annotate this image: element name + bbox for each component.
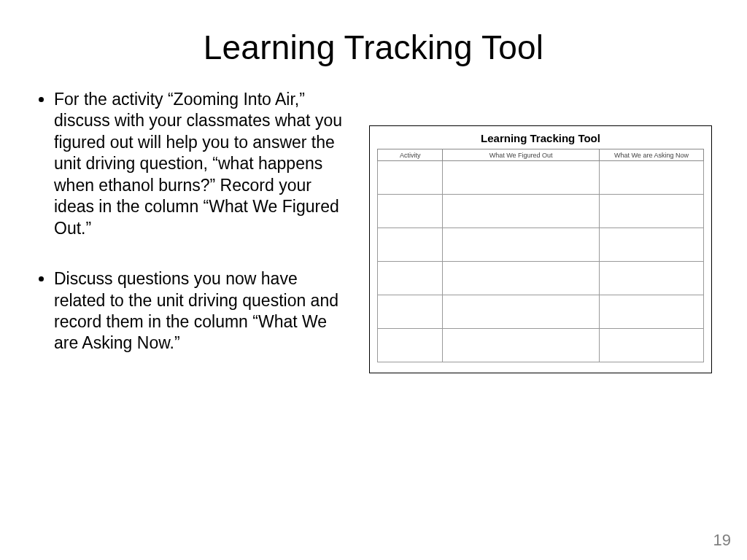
list-item: For the activity “Zooming Into Air,” dis… [54,89,349,239]
column-header-figured-out: What We Figured Out [443,149,600,161]
slide-body: For the activity “Zooming Into Air,” dis… [35,89,712,373]
table-row [378,262,704,295]
worksheet-table: Activity What We Figured Out What We are… [377,149,704,362]
slide-title: Learning Tracking Tool [35,28,712,67]
worksheet-heading: Learning Tracking Tool [377,132,704,144]
list-item: Discuss questions you now have related t… [54,268,349,354]
table-row [378,228,704,262]
page-number: 19 [713,531,731,550]
worksheet-rows [378,161,704,362]
table-row [378,195,704,228]
table-row [378,295,704,329]
table-row [378,161,704,195]
slide: Learning Tracking Tool For the activity … [0,0,747,560]
worksheet-image: Learning Tracking Tool Activity What We … [369,125,712,373]
column-header-asking-now: What We are Asking Now [599,149,703,161]
table-row [378,329,704,362]
bullet-list: For the activity “Zooming Into Air,” dis… [35,89,349,354]
column-header-activity: Activity [378,149,443,161]
